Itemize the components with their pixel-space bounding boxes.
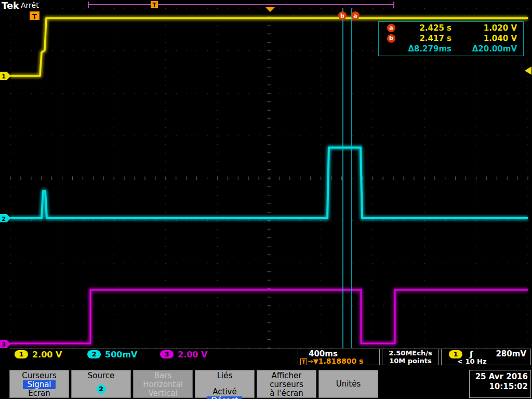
show-cursors-line3: à l'écran [257, 389, 316, 398]
scope-display: T T 1 2 3 b a [0, 0, 532, 399]
expansion-point-icon [265, 7, 275, 12]
cursors-menu-selected: Signal [23, 380, 55, 389]
ch1-marker[interactable]: 1 [0, 72, 11, 80]
ch1-status-badge[interactable]: 1 [15, 350, 28, 358]
record-view-bar: T [88, 1, 394, 12]
show-cursors-menu-button[interactable]: Afficher curseurs à l'écran [257, 370, 316, 398]
ch2-marker-label: 2 [2, 216, 6, 222]
trigger-flag-label: T [32, 12, 37, 20]
trigger-position-flag: T [30, 11, 39, 20]
timebase-box: 400ms T→▼1.818800 s [298, 349, 380, 365]
cursor-b-badge-label: b [340, 12, 344, 19]
cursors-menu-title: Curseurs [10, 371, 69, 380]
trigger-level-marker[interactable] [525, 66, 531, 75]
bars-menu-button: Bars Horizontal Vertical [133, 370, 193, 398]
ch2-scale: 500mV [105, 350, 137, 360]
cursor-a-time: 2.425 s [400, 23, 451, 33]
units-menu-title: Unités [319, 380, 378, 389]
linked-menu-title: Liés [195, 371, 254, 380]
datetime-box: 25 Avr 2016 10:15:02 [469, 370, 531, 398]
show-cursors-line1: Afficher [257, 371, 316, 380]
cursor-delta-time: Δ8.279ms [400, 44, 451, 54]
cursor-a-badge-label: a [353, 12, 357, 19]
linked-menu-on: Activé [212, 387, 236, 396]
source-channel-badge: 2 [97, 384, 106, 394]
ch3-marker[interactable]: 3 [0, 340, 11, 348]
cursor-b-volt: 1.040 V [460, 34, 517, 43]
trigger-level: 280mV [496, 349, 526, 358]
timebase-trigger-icon: T [300, 358, 307, 365]
cursor-a-row: a 2.425 s 1.020 V [379, 23, 523, 33]
cursor-lines[interactable] [343, 8, 352, 348]
date-label: 25 Avr 2016 [470, 372, 528, 382]
ch2-marker[interactable]: 2 [0, 214, 11, 222]
source-menu-title: Source [72, 371, 130, 380]
trigger-box: 1 ʃ 280mV < 10 Hz [441, 349, 531, 365]
cursor-a-volt: 1.020 V [460, 23, 517, 33]
cursors-menu-option: Ecran [10, 389, 69, 398]
cursor-delta-volt: Δ20.00mV [460, 44, 517, 54]
acquisition-box: 2.50MEch/s 10M points [382, 349, 439, 365]
source-menu-button[interactable]: Source 2 [71, 370, 131, 398]
bars-menu-line2: Horizontal [134, 380, 192, 389]
time-label: 10:15:02 [470, 382, 528, 392]
record-trigger-label: T [152, 2, 156, 8]
linked-menu-button[interactable]: Liés Activé Désact [195, 370, 255, 398]
graticule [10, 8, 528, 348]
timebase-position-row: T→▼1.818800 s [300, 357, 363, 365]
timebase-position: 1.818800 s [318, 357, 364, 365]
ch1-scale: 2.00 V [32, 350, 62, 360]
ch3-status-badge[interactable]: 3 [160, 350, 174, 358]
cursor-a-readout-badge: a [387, 24, 395, 32]
bars-menu-line1: Bars [134, 371, 192, 380]
cursor-delta-row: Δ8.279ms Δ20.00mV [379, 44, 523, 54]
cursors-menu-button[interactable]: Curseurs Signal Ecran [9, 370, 69, 398]
sample-rate: 2.50MEch/s [382, 349, 438, 357]
tek-logo: Tek [2, 0, 19, 11]
timebase-arrow-icon: →▼ [308, 357, 318, 365]
cursor-readout-box: a 2.425 s 1.020 V b 2.417 s 1.040 V Δ8.2… [378, 21, 524, 56]
cursor-b-time: 2.417 s [400, 34, 451, 43]
cursor-b-readout-badge: b [387, 34, 395, 43]
ch1-marker-label: 1 [2, 73, 6, 80]
show-cursors-line2: curseurs [257, 380, 316, 389]
ch2-waveform-glow [10, 148, 528, 218]
acquisition-status: Arrêt [21, 1, 39, 9]
ch2-status-badge[interactable]: 2 [87, 350, 101, 358]
cursor-b-row: b 2.417 s 1.040 V [379, 33, 523, 44]
ch3-marker-label: 3 [2, 341, 6, 348]
record-length: 10M points [382, 357, 438, 365]
ch2-waveform [10, 148, 528, 218]
linked-menu-off: Désact [207, 396, 243, 399]
ch3-scale: 2.00 V [178, 350, 207, 360]
bars-menu-line3: Vertical [134, 389, 192, 398]
units-menu-button[interactable]: Unités [318, 370, 378, 398]
trigger-frequency: < 10 Hz [457, 357, 486, 365]
oscilloscope-screen: T T 1 2 3 b a Tek Arrêt a [0, 0, 532, 399]
waveform-traces [10, 18, 528, 343]
